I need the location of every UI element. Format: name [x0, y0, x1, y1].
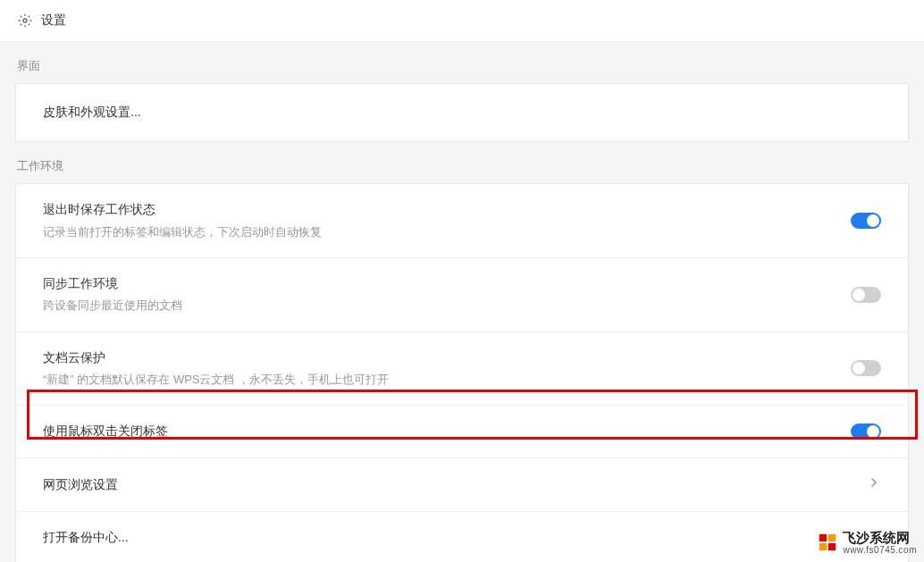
backup-center-row[interactable]: 打开备份中心... — [16, 512, 908, 562]
sync-env-desc: 跨设备同步最近使用的文档 — [43, 298, 851, 314]
svg-rect-4 — [828, 543, 836, 550]
save-state-text: 退出时保存工作状态 记录当前打开的标签和编辑状态，下次启动时自动恢复 — [43, 201, 851, 240]
svg-rect-2 — [828, 534, 836, 541]
cloud-protect-row: 文档云保护 “新建” 的文档默认保存在 WPS云文档 ，永不丢失，手机上也可打开 — [16, 332, 908, 407]
interface-card: 皮肤和外观设置... — [15, 83, 909, 142]
web-browse-text: 网页浏览设置 — [43, 476, 867, 494]
cloud-protect-text: 文档云保护 “新建” 的文档默认保存在 WPS云文档 ，永不丢失，手机上也可打开 — [43, 349, 851, 389]
double-click-close-row: 使用鼠标双击关闭标签 — [16, 406, 908, 458]
watermark-url: www.fs0745.com — [843, 545, 917, 555]
watermark-text: 飞沙系统网 www.fs0745.com — [843, 531, 917, 556]
svg-point-0 — [23, 19, 27, 22]
content-area: 界面 皮肤和外观设置... 工作环境 退出时保存工作状态 记录当前打开的标签和编… — [0, 42, 924, 562]
backup-center-title: 打开备份中心... — [43, 529, 881, 547]
web-browse-row[interactable]: 网页浏览设置 — [16, 458, 908, 512]
double-click-close-toggle[interactable] — [851, 424, 881, 440]
save-state-toggle[interactable] — [851, 213, 881, 229]
sync-env-toggle[interactable] — [851, 287, 881, 303]
skin-settings-row[interactable]: 皮肤和外观设置... — [16, 84, 908, 141]
page-title: 设置 — [41, 13, 66, 29]
svg-rect-1 — [819, 534, 827, 541]
watermark-title: 飞沙系统网 — [843, 531, 917, 546]
page-header: 设置 — [0, 0, 924, 42]
save-state-row: 退出时保存工作状态 记录当前打开的标签和编辑状态，下次启动时自动恢复 — [16, 184, 908, 258]
sync-env-text: 同步工作环境 跨设备同步最近使用的文档 — [43, 275, 851, 315]
save-state-title: 退出时保存工作状态 — [43, 201, 851, 219]
double-click-close-title: 使用鼠标双击关闭标签 — [43, 423, 851, 440]
cloud-protect-toggle[interactable] — [851, 360, 881, 376]
backup-center-text: 打开备份中心... — [43, 529, 881, 547]
double-click-close-text: 使用鼠标双击关闭标签 — [43, 423, 851, 440]
svg-rect-3 — [819, 543, 827, 550]
save-state-desc: 记录当前打开的标签和编辑状态，下次启动时自动恢复 — [43, 224, 851, 240]
gear-icon — [18, 13, 32, 28]
section-label-workenv: 工作环境 — [15, 142, 909, 183]
sync-env-title: 同步工作环境 — [43, 275, 851, 293]
watermark-logo-icon — [818, 533, 837, 552]
cloud-protect-desc: “新建” 的文档默认保存在 WPS云文档 ，永不丢失，手机上也可打开 — [43, 372, 851, 388]
skin-settings-link: 皮肤和外观设置... — [43, 105, 141, 121]
section-label-interface: 界面 — [15, 42, 909, 83]
sync-env-row: 同步工作环境 跨设备同步最近使用的文档 — [16, 258, 908, 332]
web-browse-title: 网页浏览设置 — [43, 476, 867, 494]
watermark: 飞沙系统网 www.fs0745.com — [818, 531, 917, 556]
cloud-protect-title: 文档云保护 — [43, 349, 851, 367]
chevron-right-icon — [867, 475, 881, 494]
workenv-card: 退出时保存工作状态 记录当前打开的标签和编辑状态，下次启动时自动恢复 同步工作环… — [15, 183, 909, 562]
